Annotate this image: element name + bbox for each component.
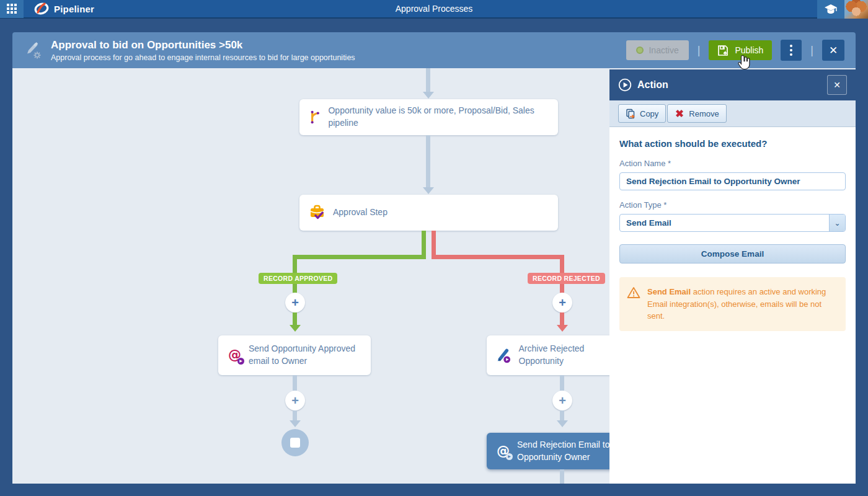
process-header: Approval to bid on Opportunities >50k Ap…	[12, 32, 856, 68]
branch-label-approved: RECORD APPROVED	[259, 273, 337, 284]
connector-line	[426, 135, 430, 187]
close-process-button[interactable]: ✕	[822, 40, 844, 61]
add-step-button[interactable]: +	[285, 293, 305, 312]
publish-label: Publish	[735, 45, 763, 55]
branch-approved-line	[293, 312, 297, 325]
close-icon: ✕	[829, 45, 838, 56]
stop-icon	[290, 438, 300, 448]
branch-condition-icon	[309, 109, 321, 125]
more-options-button[interactable]	[781, 40, 802, 61]
pipeliner-logo-icon	[33, 2, 50, 16]
panel-title: Action	[637, 79, 668, 91]
arrow-down-icon	[290, 420, 301, 427]
action-panel-header: Action ✕	[609, 69, 856, 100]
branch-rejected-line	[560, 255, 564, 275]
status-dot-icon	[636, 46, 644, 54]
arrow-down-icon	[423, 187, 434, 194]
publish-save-icon	[717, 45, 730, 56]
publish-button[interactable]: Publish	[709, 40, 772, 60]
connector-line	[293, 375, 297, 391]
warning-triangle-icon	[627, 286, 640, 299]
arrow-down-icon	[557, 420, 568, 427]
plus-icon: +	[291, 296, 299, 310]
process-subtitle: Approval process for go ahead to engage …	[51, 53, 355, 62]
warning-bold-text: Send Email	[647, 287, 691, 296]
action-name-label: Action Name *	[619, 159, 846, 168]
grid-icon	[7, 4, 17, 14]
add-step-button[interactable]: +	[552, 391, 572, 410]
graduation-cap-icon	[824, 4, 838, 15]
remove-label: Remove	[689, 109, 719, 118]
panel-question-heading: What action should be executed?	[619, 138, 846, 149]
add-step-button[interactable]: +	[285, 391, 305, 410]
remove-x-icon	[675, 108, 684, 118]
action-type-select[interactable]: Send Email ⌄	[619, 214, 846, 232]
app-launcher-button[interactable]	[0, 0, 24, 18]
add-step-button[interactable]: +	[552, 293, 572, 312]
plus-icon: +	[559, 296, 566, 310]
connector-line	[560, 375, 564, 391]
user-avatar[interactable]	[844, 0, 868, 19]
connector-line	[560, 410, 564, 420]
page-title: Approval Processes	[0, 4, 868, 14]
top-app-bar: Pipeliner Approval Processes	[0, 0, 868, 19]
branch-label-rejected: RECORD REJECTED	[528, 273, 605, 284]
brand[interactable]: Pipeliner	[33, 2, 94, 16]
arrow-down-icon	[423, 92, 434, 99]
process-end-node[interactable]	[281, 429, 309, 456]
panel-toolbar: Copy Remove	[609, 100, 856, 127]
branch-approved-line	[293, 255, 297, 275]
copy-icon	[626, 108, 636, 119]
node-send-approved-email[interactable]: @ ▶ Send Opportunity Approved email to O…	[218, 335, 371, 375]
action-type-value: Send Email	[620, 218, 829, 228]
archive-action-icon	[497, 347, 512, 363]
header-separator: |	[698, 44, 701, 57]
close-icon: ✕	[833, 80, 841, 90]
action-play-icon	[618, 78, 632, 92]
branch-approved-line	[293, 255, 426, 259]
email-action-icon: @ ▶	[228, 346, 241, 364]
node-label: Approval Step	[333, 206, 388, 219]
plus-icon: +	[559, 394, 566, 408]
email-action-icon: @ ▶	[497, 442, 510, 460]
kebab-icon	[790, 45, 792, 47]
action-type-label: Action Type *	[619, 200, 846, 210]
close-panel-button[interactable]: ✕	[827, 75, 847, 95]
remove-button[interactable]: Remove	[667, 104, 726, 123]
action-name-input[interactable]	[619, 172, 846, 190]
compose-email-button[interactable]: Compose Email	[619, 244, 846, 264]
connector-line	[426, 68, 430, 92]
header-separator: |	[810, 44, 813, 57]
plus-icon: +	[291, 394, 299, 408]
app-name: Pipeliner	[54, 4, 94, 14]
arrow-down-icon	[290, 325, 301, 332]
email-integration-warning: Send Email action requires an active and…	[619, 277, 846, 331]
node-condition[interactable]: Opportunity value is 50k or more, Propos…	[299, 99, 558, 135]
process-title: Approval to bid on Opportunities >50k	[51, 38, 355, 52]
branch-rejected-line	[560, 312, 564, 325]
copy-label: Copy	[640, 109, 658, 118]
node-approval-step[interactable]: Approval Step	[299, 195, 558, 231]
inactive-button[interactable]: Inactive	[626, 40, 688, 60]
branch-rejected-line	[432, 255, 564, 259]
chevron-down-icon[interactable]: ⌄	[829, 215, 845, 231]
node-label: Opportunity value is 50k or more, Propos…	[328, 105, 548, 129]
training-button[interactable]	[817, 0, 844, 19]
connector-line	[560, 469, 564, 484]
warning-text: Send Email action requires an active and…	[647, 286, 838, 322]
inactive-label: Inactive	[649, 45, 678, 55]
copy-button[interactable]: Copy	[618, 104, 666, 123]
arrow-down-icon	[557, 325, 568, 332]
play-badge-icon: ▶	[237, 358, 244, 365]
play-badge-icon: ▶	[506, 453, 513, 460]
edit-process-icon	[24, 40, 42, 60]
node-label: Send Opportunity Approved email to Owner	[249, 343, 361, 367]
approval-step-icon	[309, 205, 326, 221]
connector-line	[293, 410, 297, 420]
action-panel: Action ✕ Copy Remove What action should …	[609, 69, 856, 484]
